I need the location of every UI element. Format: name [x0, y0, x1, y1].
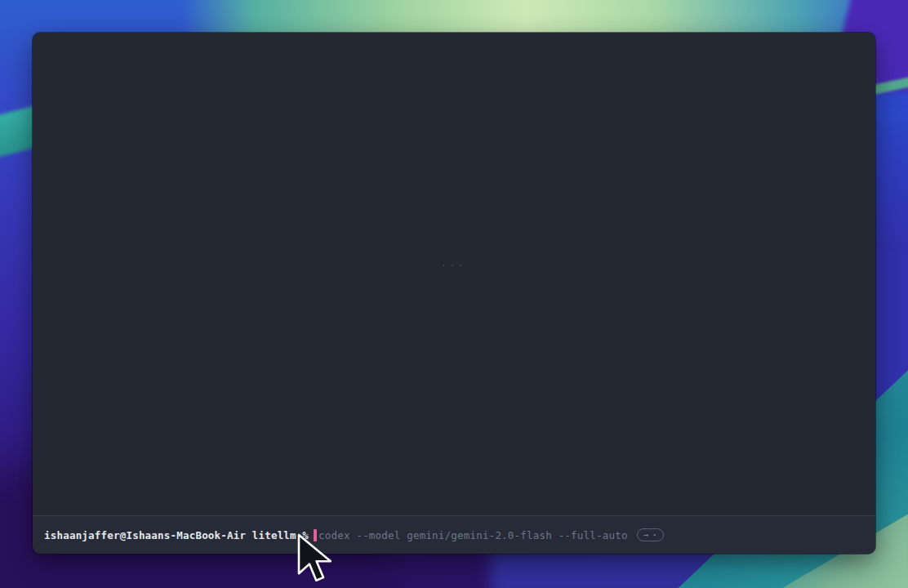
terminal-prompt-bar[interactable]: ishaanjaffer@Ishaans-MacBook-Air litellm…	[33, 516, 875, 554]
autosuggestion-text: codex --model gemini/gemini-2.0-flash --…	[318, 529, 628, 541]
right-arrow-icon: →	[643, 529, 648, 541]
loading-dots: ···	[441, 260, 466, 271]
prompt-user-host: ishaanjaffer@Ishaans-MacBook-Air	[44, 529, 246, 541]
desktop-wallpaper: ··· ishaanjaffer@Ishaans-MacBook-Air lit…	[0, 0, 908, 588]
hint-dot-icon: ·	[652, 531, 658, 539]
terminal-output-area[interactable]: ···	[33, 33, 875, 515]
terminal-window[interactable]: ··· ishaanjaffer@Ishaans-MacBook-Air lit…	[33, 33, 875, 554]
accept-suggestion-hint: → ·	[637, 528, 665, 541]
mouse-cursor-icon	[296, 533, 332, 584]
prompt-directory: litellm	[252, 529, 296, 541]
